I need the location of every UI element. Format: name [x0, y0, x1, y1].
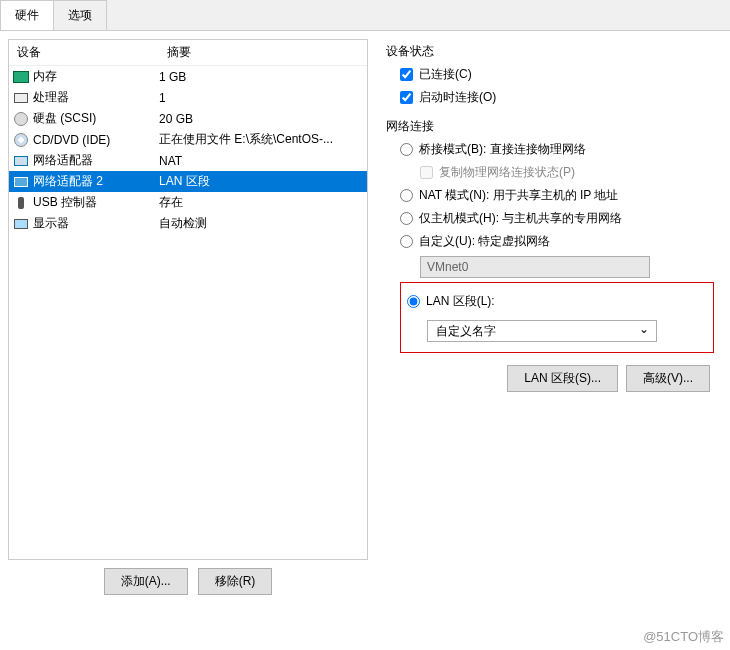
bridged-radio[interactable]: [400, 143, 413, 156]
monitor-icon: [13, 216, 29, 232]
usb-icon: [13, 195, 29, 211]
cpu-icon: [13, 90, 29, 106]
tabs-bar: 硬件 选项: [0, 0, 730, 31]
device-summary: 1: [159, 91, 363, 105]
memory-icon: [13, 69, 29, 85]
header-device[interactable]: 设备: [17, 44, 167, 61]
device-name: 网络适配器 2: [33, 173, 103, 190]
hdd-icon: [13, 111, 29, 127]
header-summary[interactable]: 摘要: [167, 44, 191, 61]
connect-at-poweron-label: 启动时连接(O): [419, 89, 496, 106]
device-status-group: 设备状态 已连接(C) 启动时连接(O): [386, 43, 714, 106]
device-buttons: 添加(A)... 移除(R): [8, 560, 368, 603]
device-status-title: 设备状态: [386, 43, 714, 60]
connected-checkbox[interactable]: [400, 68, 413, 81]
device-row-cd[interactable]: CD/DVD (IDE) 正在使用文件 E:\系统\CentOS-...: [9, 129, 367, 150]
remove-button[interactable]: 移除(R): [198, 568, 273, 595]
device-name: 显示器: [33, 215, 69, 232]
device-row-usb[interactable]: USB 控制器 存在: [9, 192, 367, 213]
connect-at-poweron-checkbox[interactable]: [400, 91, 413, 104]
device-list: 设备 摘要 内存 1 GB 处理器 1 硬盘 (SCSI) 20 GB CD/D…: [8, 39, 368, 560]
tab-options[interactable]: 选项: [53, 0, 107, 30]
custom-label: 自定义(U): 特定虚拟网络: [419, 233, 550, 250]
device-row-net2[interactable]: 网络适配器 2 LAN 区段: [9, 171, 367, 192]
bridged-label: 桥接模式(B): 直接连接物理网络: [419, 141, 586, 158]
lan-segments-button[interactable]: LAN 区段(S)...: [507, 365, 618, 392]
device-row-hdd[interactable]: 硬盘 (SCSI) 20 GB: [9, 108, 367, 129]
connected-label: 已连接(C): [419, 66, 472, 83]
right-panel: 设备状态 已连接(C) 启动时连接(O) 网络连接 桥接模式(B): 直接连接物…: [378, 39, 722, 603]
device-row-display[interactable]: 显示器 自动检测: [9, 213, 367, 234]
custom-vmnet-select: VMnet0: [420, 256, 650, 278]
lan-segment-label: LAN 区段(L):: [426, 293, 495, 310]
network-icon: [13, 174, 29, 190]
device-row-cpu[interactable]: 处理器 1: [9, 87, 367, 108]
network-icon: [13, 153, 29, 169]
device-summary: 20 GB: [159, 112, 363, 126]
device-summary: NAT: [159, 154, 363, 168]
device-summary: 1 GB: [159, 70, 363, 84]
network-buttons: LAN 区段(S)... 高级(V)...: [386, 365, 714, 392]
device-summary: 存在: [159, 194, 363, 211]
network-connection-title: 网络连接: [386, 118, 714, 135]
tab-hardware[interactable]: 硬件: [0, 0, 54, 30]
device-row-net1[interactable]: 网络适配器 NAT: [9, 150, 367, 171]
device-summary: LAN 区段: [159, 173, 363, 190]
replicate-label: 复制物理网络连接状态(P): [439, 164, 575, 181]
device-name: 内存: [33, 68, 57, 85]
device-name: USB 控制器: [33, 194, 97, 211]
nat-radio[interactable]: [400, 189, 413, 202]
lan-segment-radio[interactable]: [407, 295, 420, 308]
hostonly-radio[interactable]: [400, 212, 413, 225]
device-name: 硬盘 (SCSI): [33, 110, 96, 127]
hostonly-label: 仅主机模式(H): 与主机共享的专用网络: [419, 210, 622, 227]
device-name: CD/DVD (IDE): [33, 133, 110, 147]
device-name: 网络适配器: [33, 152, 93, 169]
lan-segment-select-wrap: 自定义名字: [427, 320, 657, 342]
device-row-memory[interactable]: 内存 1 GB: [9, 66, 367, 87]
lan-segment-highlight: LAN 区段(L): 自定义名字: [400, 282, 714, 353]
advanced-button[interactable]: 高级(V)...: [626, 365, 710, 392]
network-connection-group: 网络连接 桥接模式(B): 直接连接物理网络 复制物理网络连接状态(P) NAT…: [386, 118, 714, 353]
cd-icon: [13, 132, 29, 148]
lan-segment-select[interactable]: 自定义名字: [427, 320, 657, 342]
device-summary: 自动检测: [159, 215, 363, 232]
main-content: 设备 摘要 内存 1 GB 处理器 1 硬盘 (SCSI) 20 GB CD/D…: [0, 31, 730, 611]
custom-radio[interactable]: [400, 235, 413, 248]
watermark: @51CTO博客: [643, 628, 724, 646]
left-panel: 设备 摘要 内存 1 GB 处理器 1 硬盘 (SCSI) 20 GB CD/D…: [8, 39, 368, 603]
device-name: 处理器: [33, 89, 69, 106]
device-summary: 正在使用文件 E:\系统\CentOS-...: [159, 131, 363, 148]
replicate-checkbox: [420, 166, 433, 179]
nat-label: NAT 模式(N): 用于共享主机的 IP 地址: [419, 187, 618, 204]
add-button[interactable]: 添加(A)...: [104, 568, 188, 595]
device-list-header: 设备 摘要: [9, 40, 367, 66]
